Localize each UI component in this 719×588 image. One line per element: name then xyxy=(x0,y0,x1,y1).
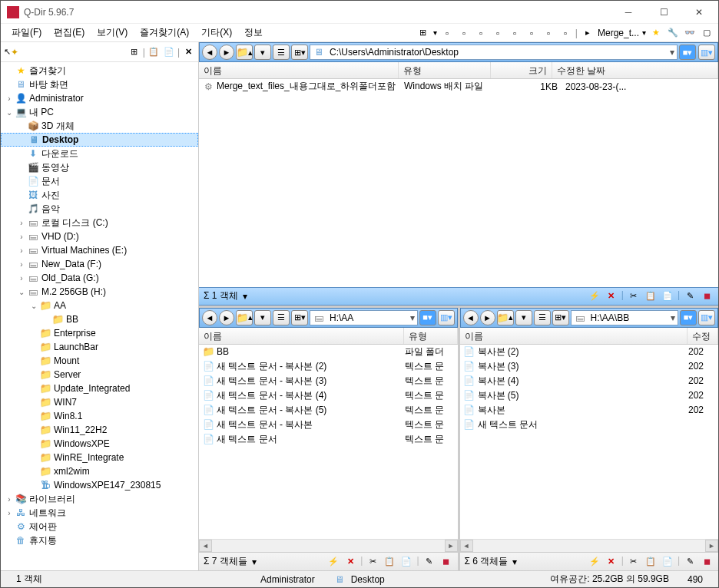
minimize-button[interactable]: ─ xyxy=(611,1,646,24)
tree-node[interactable]: ⌄🖴M.2 256GB (H:) xyxy=(1,285,198,299)
file-row[interactable]: 📄복사본 (3)202 xyxy=(460,359,719,374)
tree-node[interactable]: ›👤Administrator xyxy=(1,91,198,105)
tree-node[interactable]: 📁WIN7 xyxy=(1,395,198,409)
bl-col-name[interactable]: 이름 xyxy=(199,328,404,344)
layout-2-icon[interactable]: ▫ xyxy=(457,26,471,40)
view-list-icon[interactable]: ☰ xyxy=(273,45,290,60)
file-row[interactable]: 📄복사본 (5)202 xyxy=(460,388,719,403)
layout-icon[interactable]: ⊞ xyxy=(416,26,430,40)
tree-node[interactable]: ⬇다운로드 xyxy=(1,147,198,160)
view-options-icon[interactable]: ⊞▾ xyxy=(291,45,308,60)
tree-node[interactable]: ★즐겨찾기 xyxy=(1,64,198,78)
bl-scrollbar[interactable]: ◄ ► xyxy=(199,539,458,552)
br-forward-button[interactable]: ► xyxy=(480,310,495,325)
col-name[interactable]: 이름 xyxy=(199,62,399,78)
bl-red-icon[interactable]: ◼ xyxy=(439,555,453,569)
br-pencil-icon[interactable]: ✎ xyxy=(683,555,697,569)
red-sq-icon[interactable]: ◼ xyxy=(700,289,714,303)
file-row[interactable]: 📄새 텍스트 문서 - 복사본텍스트 문 xyxy=(199,418,458,432)
tree-node[interactable]: ›🖴로컬 디스크 (C:) xyxy=(1,216,198,230)
menu-info[interactable]: 정보 xyxy=(238,24,269,41)
tree-node[interactable]: ›🖧네트워크 xyxy=(1,506,198,520)
menu-extras[interactable]: 기타(X) xyxy=(195,24,238,41)
tree-node[interactable]: ›🖴New_Data (F:) xyxy=(1,257,198,271)
col-type[interactable]: 유형 xyxy=(399,62,491,78)
tree-node[interactable]: ›📚라이브러리 xyxy=(1,492,198,506)
expander-icon[interactable]: ⌄ xyxy=(16,288,27,296)
grid-icon[interactable]: ⊞ xyxy=(128,45,141,59)
br-scroll-right-icon[interactable]: ► xyxy=(705,540,718,552)
br-delete-icon[interactable]: ✕ xyxy=(605,555,618,569)
bl-up-button[interactable]: 📁▴ xyxy=(236,310,253,325)
menu-view[interactable]: 보기(V) xyxy=(91,24,134,41)
tree-node[interactable]: 📁xml2wim xyxy=(1,464,198,478)
br-address-bar[interactable]: 🖴 H:\AA\BB ▾ xyxy=(571,310,679,325)
bl-view-opts-icon[interactable]: ⊞▾ xyxy=(291,310,308,325)
cursor-icon[interactable]: ↖✦ xyxy=(4,45,18,59)
br-view-1-icon[interactable]: ■▾ xyxy=(680,310,697,325)
cut-icon[interactable]: ✂ xyxy=(627,289,641,303)
bolt-icon[interactable]: ⚡ xyxy=(588,289,601,303)
tree-node[interactable]: 🎬동영상 xyxy=(1,160,198,174)
favorite-star-icon[interactable]: ★ xyxy=(649,26,663,40)
br-copy-icon[interactable]: 📋 xyxy=(644,555,658,569)
expander-icon[interactable]: › xyxy=(4,495,15,504)
tree-node[interactable]: 📁BB xyxy=(1,312,198,326)
file-row[interactable]: ⚙ Merge_text_files_내용그대로_하위폴더포함 Windows … xyxy=(199,79,718,94)
bl-address-dd-icon[interactable]: ▾ xyxy=(410,312,415,323)
br-status-dd-icon[interactable]: ▾ xyxy=(512,557,517,567)
expander-icon[interactable]: › xyxy=(4,94,15,103)
expander-icon[interactable]: ⌄ xyxy=(28,302,39,310)
file-row[interactable]: 📄새 텍스트 문서 - 복사본 (2)텍스트 문 xyxy=(199,359,458,374)
br-back-button[interactable]: ◄ xyxy=(463,310,479,325)
br-view-opts-icon[interactable]: ⊞▾ xyxy=(552,310,569,325)
layout-5-icon[interactable]: ▫ xyxy=(508,26,522,40)
delete-icon[interactable]: ✕ xyxy=(605,289,618,303)
bl-scroll-right-icon[interactable]: ► xyxy=(445,540,458,552)
file-row[interactable]: 📄복사본202 xyxy=(460,403,719,418)
br-red-icon[interactable]: ◼ xyxy=(700,555,714,569)
square-icon[interactable]: ▢ xyxy=(700,26,714,40)
bl-address-bar[interactable]: 🖴 H:\AA ▾ xyxy=(310,310,418,325)
pencil-icon[interactable]: ✎ xyxy=(683,289,697,303)
br-refresh-button[interactable]: ▾ xyxy=(515,310,532,325)
col-size[interactable]: 크기 xyxy=(491,62,552,78)
file-row[interactable]: 📄새 텍스트 문서텍스트 문 xyxy=(199,432,458,447)
view-mode-2-icon[interactable]: ▥▾ xyxy=(698,45,715,60)
run-icon[interactable]: ▸ xyxy=(581,26,595,40)
copy-icon[interactable]: 📋 xyxy=(147,45,161,59)
layout-4-icon[interactable]: ▫ xyxy=(491,26,505,40)
tree-node[interactable]: ⚙제어판 xyxy=(1,520,198,533)
br-col-date[interactable]: 수정 xyxy=(688,328,718,344)
menu-edit[interactable]: 편집(E) xyxy=(48,24,91,41)
tree-node[interactable]: 🖼사진 xyxy=(1,188,198,202)
file-row[interactable]: 📄새 텍스트 문서 - 복사본 (4)텍스트 문 xyxy=(199,388,458,403)
address-dropdown-icon[interactable]: ▾ xyxy=(670,47,674,58)
bl-scroll-left-icon[interactable]: ◄ xyxy=(199,540,212,552)
tree-node[interactable]: 📁WindowsXPE xyxy=(1,437,198,451)
file-row[interactable]: 📄복사본 (2)202 xyxy=(460,345,719,359)
expander-icon[interactable]: › xyxy=(16,219,27,227)
menu-favorites[interactable]: 즐겨찾기(A) xyxy=(134,24,195,41)
br-bolt-icon[interactable]: ⚡ xyxy=(588,555,601,569)
tree-node[interactable]: 📁Mount xyxy=(1,354,198,368)
expander-icon[interactable]: ⌄ xyxy=(4,108,15,117)
bl-filelist[interactable]: 📁BB파일 폴더📄새 텍스트 문서 - 복사본 (2)텍스트 문📄새 텍스트 문… xyxy=(199,345,458,540)
tree-node[interactable]: 📁WinRE_Integrate xyxy=(1,451,198,464)
back-button[interactable]: ◄ xyxy=(202,45,217,60)
file-row[interactable]: 📄새 텍스트 문서 - 복사본 (5)텍스트 문 xyxy=(199,403,458,418)
bl-refresh-button[interactable]: ▾ xyxy=(254,310,271,325)
forward-button[interactable]: ► xyxy=(219,45,234,60)
tree-node[interactable]: 📁Enterprise xyxy=(1,326,198,340)
expander-icon[interactable]: › xyxy=(4,509,15,517)
expander-icon[interactable]: › xyxy=(16,260,27,269)
expander-icon[interactable]: › xyxy=(16,246,27,255)
address-bar[interactable]: 🖥 C:\Users\Administrator\Desktop ▾ xyxy=(310,45,678,60)
bl-view-2-icon[interactable]: ▥▾ xyxy=(438,310,455,325)
menu-file[interactable]: 파일(F) xyxy=(5,24,48,41)
expander-icon[interactable]: › xyxy=(16,233,27,241)
file-row[interactable]: 📄새 텍스트 문서 xyxy=(460,418,719,432)
bl-view-1-icon[interactable]: ■▾ xyxy=(419,310,436,325)
bl-col-type[interactable]: 유형 xyxy=(404,328,458,344)
close-sidebar-icon[interactable]: ✕ xyxy=(181,45,195,59)
